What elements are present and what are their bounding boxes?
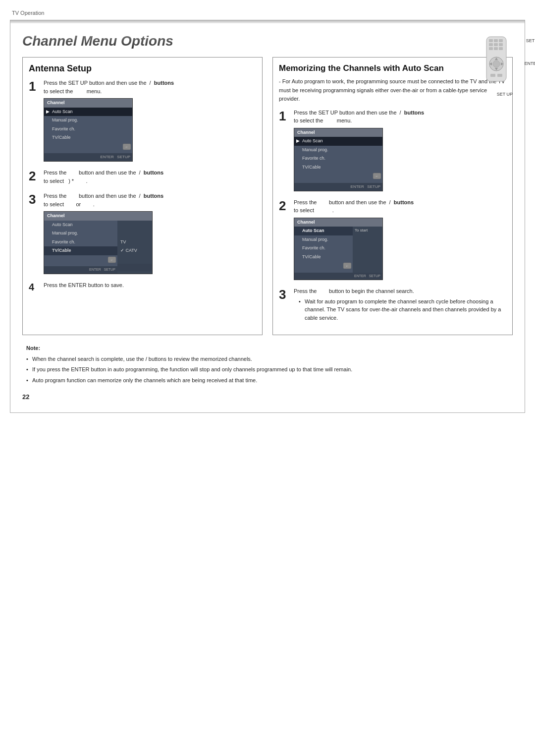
auto-scan-step-2: 2 Press the button and then use the / bu… xyxy=(279,198,506,281)
antenna-setup-section: Antenna Setup 1 Press the SET UP button … xyxy=(22,57,263,335)
auto-scan-step-3: 3 Press the button to begin the channel … xyxy=(279,287,506,322)
auto-step2-text: Press the button and then use the / xyxy=(294,199,394,205)
svg-rect-6 xyxy=(499,43,503,46)
setup-text: SET UP xyxy=(497,92,513,97)
antenna-step-3: 3 Press the button and then use the / bu… xyxy=(29,192,256,274)
auto-scan-step-1: 1 Press the SET UP button and then use t… xyxy=(279,109,506,191)
svg-rect-16 xyxy=(490,74,495,77)
svg-text:←: ← xyxy=(346,264,349,268)
section-label: TV Operation xyxy=(10,10,525,16)
antenna-menu-1: Channel Auto Scan Manual prog. Favorite … xyxy=(44,98,133,162)
svg-text:←: ← xyxy=(375,174,379,178)
svg-rect-3 xyxy=(499,39,503,42)
svg-rect-2 xyxy=(494,39,498,42)
antenna-step1-text: Press the SET UP button and then use the… xyxy=(44,80,154,86)
notes-list: When the channel search is complete, use… xyxy=(26,355,513,385)
remote-illustration: SET UP ENTER SET UP xyxy=(478,34,515,97)
auto-step3-bullet: Wait for auto program to complete the ch… xyxy=(305,298,501,321)
svg-rect-9 xyxy=(499,47,503,50)
antenna-step-1: 1 Press the SET UP button and then use t… xyxy=(29,79,256,162)
auto-scan-intro: - For Auto program to work, the programm… xyxy=(279,77,506,104)
auto-step3-text: Press the button to begin the channel se… xyxy=(294,288,414,294)
auto-menu-1: Channel Auto Scan Manual prog. Favorite … xyxy=(294,128,383,191)
svg-rect-8 xyxy=(494,47,498,50)
enter-label: ENTER xyxy=(524,61,535,66)
antenna-step-2: 2 Press the button and then use the / bu… xyxy=(29,169,256,185)
antenna-step1-text2: to select the menu. xyxy=(44,88,102,94)
auto-menu-2: Channel Auto Scan Manual prog. Favorite … xyxy=(294,218,383,281)
note-item-2: If you press the ENTER button in auto pr… xyxy=(26,365,513,374)
antenna-step-4: 4 Press the ENTER button to save. xyxy=(29,281,256,292)
svg-text:←: ← xyxy=(125,145,129,149)
svg-rect-1 xyxy=(489,39,493,42)
svg-rect-5 xyxy=(494,43,498,46)
auto-scan-header: Memorizing the Channels with Auto Scan xyxy=(279,63,506,73)
note-item-3: Auto program function can memorize only … xyxy=(26,376,513,385)
antenna-step2-text: Press the button and then use the / xyxy=(44,170,144,175)
setup-label: SET UP xyxy=(526,38,535,43)
svg-point-11 xyxy=(493,60,500,67)
svg-rect-4 xyxy=(489,43,493,46)
note-item-1: When the channel search is complete, use… xyxy=(26,355,513,364)
auto-scan-section: Memorizing the Channels with Auto Scan -… xyxy=(272,57,513,335)
antenna-setup-header: Antenna Setup xyxy=(29,63,256,74)
antenna-menu-2: Channel Auto Scan Manual prog. Favorite … xyxy=(44,211,153,274)
notes-section: Note: When the channel search is complet… xyxy=(22,344,513,385)
svg-rect-17 xyxy=(497,74,502,77)
antenna-step3-text2: to select or . xyxy=(44,201,95,207)
svg-rect-7 xyxy=(489,47,493,50)
auto-step1-text: Press the SET UP button and then use the… xyxy=(294,110,404,116)
notes-title: Note: xyxy=(26,344,513,353)
auto-step2-text2: to select . xyxy=(294,207,334,213)
auto-step1-text2: to select the menu. xyxy=(294,117,352,123)
main-content: Antenna Setup 1 Press the SET UP button … xyxy=(22,57,513,335)
antenna-step4-text: Press the ENTER button to save. xyxy=(44,282,124,288)
page-number: 22 xyxy=(22,393,513,401)
svg-text:←: ← xyxy=(110,258,114,262)
antenna-step3-text: Press the button and then use the / xyxy=(44,193,144,199)
antenna-step1-buttons: buttons xyxy=(154,80,174,86)
page-title: Channel Menu Options xyxy=(22,33,513,49)
antenna-step2-text2: to select ) * . xyxy=(44,178,88,184)
